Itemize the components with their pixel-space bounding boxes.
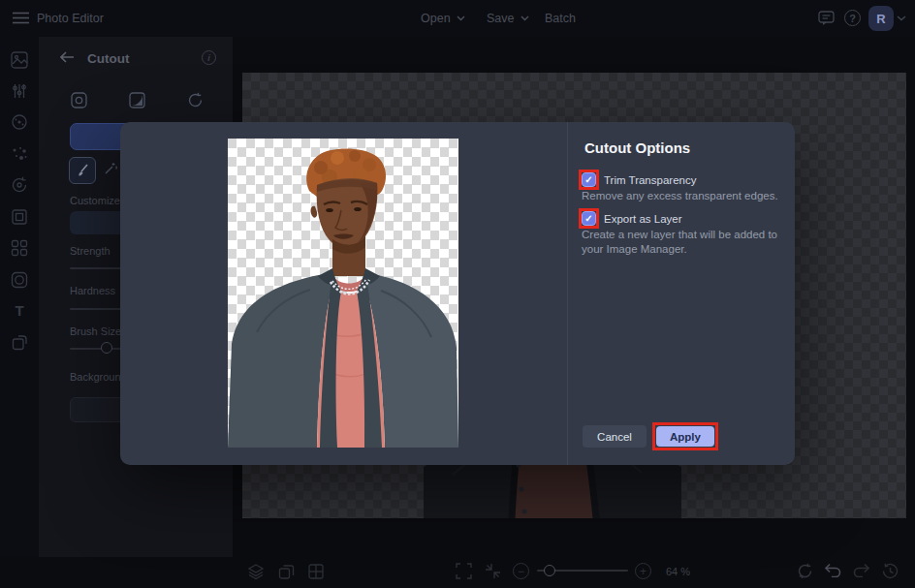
elements-tool-icon[interactable]	[11, 239, 28, 257]
strength-label: Strength	[70, 245, 110, 257]
mask-tool-icon[interactable]	[129, 92, 145, 108]
reset-view-icon[interactable]	[797, 563, 813, 579]
avatar-initial: R	[876, 12, 885, 26]
zoom-slider-thumb[interactable]	[544, 565, 555, 576]
chevron-down-icon	[521, 15, 529, 21]
adjust-tool-icon[interactable]	[11, 82, 28, 100]
panel-title: Cutout	[87, 51, 129, 66]
duplicate-icon[interactable]	[278, 564, 295, 580]
info-icon[interactable]: i	[202, 50, 216, 65]
plus-icon: +	[640, 566, 647, 577]
brush-size-slider-thumb[interactable]	[101, 342, 112, 354]
chevron-down-icon	[457, 15, 465, 21]
photo-editor-app: Photo Editor Open Save Batch ? R	[0, 0, 915, 588]
reset-cutout-icon[interactable]	[187, 92, 204, 108]
background-label: Background	[70, 371, 127, 383]
hardness-label: Hardness	[70, 285, 115, 296]
annotation-box-trim-transparency	[579, 170, 599, 190]
avatar[interactable]: R	[868, 6, 894, 31]
export-as-layer-description: Create a new layer that will be added to…	[582, 228, 780, 257]
image-tool-icon[interactable]	[11, 51, 28, 69]
zoom-level: 64 %	[666, 566, 690, 577]
export-as-layer-label: Export as Layer	[604, 213, 682, 225]
app-title: Photo Editor	[37, 12, 104, 25]
help-icon[interactable]: ?	[844, 10, 861, 26]
modal-cancel-button[interactable]: Cancel	[583, 425, 647, 448]
open-button-label: Open	[421, 12, 451, 25]
hamburger-menu-icon[interactable]	[13, 12, 29, 24]
fit-to-screen-icon[interactable]	[485, 563, 501, 579]
customize-section-label: Customize	[70, 195, 120, 206]
trim-transparency-label: Trim Transparency	[604, 174, 696, 186]
bottom-toolbar: − + 64 %	[0, 557, 915, 588]
modal-title: Cutout Options	[584, 139, 690, 156]
history-icon[interactable]	[882, 563, 899, 579]
layers-icon[interactable]	[247, 563, 265, 580]
cutout-tool-icon[interactable]	[11, 271, 28, 289]
tool-rail: T	[0, 37, 39, 588]
grid-view-icon[interactable]	[308, 564, 324, 579]
text-tool-icon[interactable]: T	[11, 302, 28, 320]
ai-tools-icon[interactable]	[11, 176, 28, 194]
cutout-preview-image	[228, 139, 458, 448]
open-button[interactable]: Open	[411, 7, 475, 30]
templates-tool-icon[interactable]	[11, 334, 28, 352]
frames-tool-icon[interactable]	[11, 208, 28, 226]
cutout-options-modal: Cutout Options ✓ Trim Transparency Remov…	[120, 122, 795, 465]
retouch-tool-icon[interactable]	[11, 145, 28, 163]
back-button[interactable]	[60, 51, 75, 63]
zoom-in-button[interactable]: +	[635, 563, 651, 579]
account-chevron-down-icon[interactable]	[897, 15, 906, 21]
annotation-box-export-as-layer	[579, 208, 599, 229]
select-subject-icon[interactable]	[71, 92, 87, 108]
zoom-out-button[interactable]: −	[513, 563, 529, 579]
undo-icon[interactable]	[824, 563, 841, 577]
brush-icon	[76, 164, 89, 177]
help-glyph: ?	[849, 13, 856, 24]
modal-cancel-label: Cancel	[597, 431, 632, 443]
feedback-chat-icon[interactable]	[818, 11, 835, 25]
trim-transparency-description: Remove any excess transparent edges.	[582, 189, 790, 203]
brush-tool-button[interactable]	[69, 157, 96, 184]
modal-divider	[567, 122, 568, 465]
top-bar: Photo Editor Open Save Batch ? R	[0, 0, 915, 37]
text-tool-glyph: T	[15, 302, 23, 319]
brush-size-label: Brush Size	[70, 325, 121, 337]
minus-icon: −	[518, 566, 524, 577]
redo-icon[interactable]	[853, 563, 870, 577]
batch-button[interactable]: Batch	[535, 7, 585, 30]
save-button[interactable]: Save	[477, 7, 539, 30]
annotation-box-apply	[652, 422, 718, 450]
save-button-label: Save	[487, 12, 515, 25]
effects-tool-icon[interactable]	[11, 113, 28, 131]
batch-button-label: Batch	[545, 12, 576, 25]
magic-wand-icon[interactable]	[103, 161, 118, 176]
fullscreen-icon[interactable]	[456, 563, 472, 579]
